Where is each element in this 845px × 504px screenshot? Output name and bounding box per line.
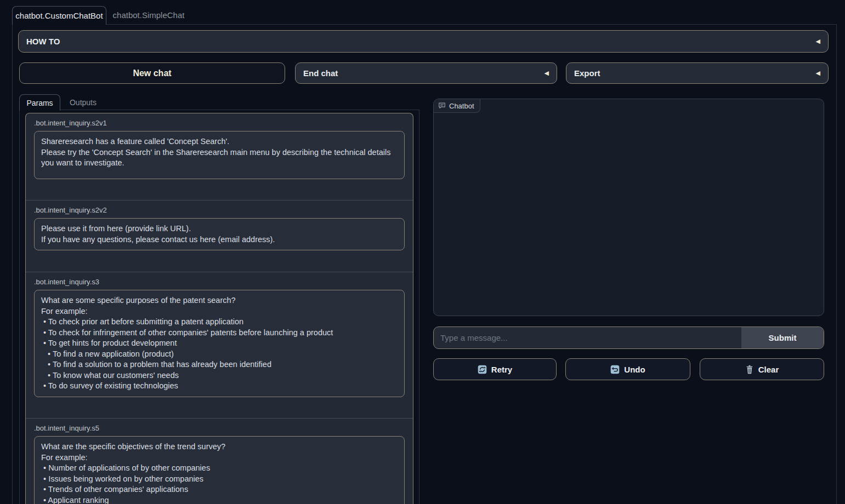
tab-params[interactable]: Params bbox=[19, 94, 60, 111]
clear-button[interactable]: Clear bbox=[700, 358, 824, 380]
undo-label: Undo bbox=[624, 365, 645, 374]
message-input[interactable] bbox=[434, 327, 741, 348]
field-group: .bot.intent_inquiry.s3 What are some spe… bbox=[26, 272, 413, 418]
tab-simple-chat[interactable]: chatbot.SimpleChat bbox=[107, 6, 190, 24]
tab-outputs[interactable]: Outputs bbox=[60, 94, 106, 110]
export-label: Export bbox=[574, 68, 816, 78]
retry-button[interactable]: Retry bbox=[433, 358, 557, 380]
retry-label: Retry bbox=[491, 365, 512, 374]
export-accordion[interactable]: Export ◀ bbox=[566, 62, 829, 84]
chatbot-panel: Chatbot bbox=[433, 99, 824, 316]
message-input-row: Submit bbox=[433, 327, 824, 349]
clear-label: Clear bbox=[758, 365, 779, 374]
field-textbox[interactable]: What are some specific purposes of the p… bbox=[34, 290, 405, 397]
field-label: .bot.intent_inquiry.s2v2 bbox=[34, 206, 405, 214]
params-tab-divider bbox=[60, 110, 419, 110]
field-textbox[interactable]: Please use it from here (provide link UR… bbox=[34, 218, 405, 250]
retry-icon bbox=[478, 365, 487, 374]
end-chat-accordion[interactable]: End chat ◀ bbox=[295, 62, 557, 84]
field-textbox[interactable]: Shareresearch has a feature called 'Conc… bbox=[34, 131, 405, 179]
chevron-left-icon: ◀ bbox=[545, 70, 549, 76]
how-to-label: HOW TO bbox=[26, 37, 816, 46]
tab-custom-chatbot[interactable]: chatbot.CustomChatBot bbox=[12, 6, 106, 25]
submit-label: Submit bbox=[769, 333, 797, 342]
field-group: .bot.intent_inquiry.s2v1 Shareresearch h… bbox=[26, 113, 413, 200]
new-chat-button[interactable]: New chat bbox=[19, 62, 285, 84]
chevron-left-icon: ◀ bbox=[816, 70, 820, 76]
clear-icon bbox=[745, 365, 754, 374]
how-to-accordion[interactable]: HOW TO ◀ bbox=[18, 30, 829, 53]
field-group: .bot.intent_inquiry.s2v2 Please use it f… bbox=[26, 200, 413, 272]
chatbot-label: Chatbot bbox=[449, 102, 474, 110]
new-chat-label: New chat bbox=[133, 68, 171, 78]
tab-simple-chat-label: chatbot.SimpleChat bbox=[113, 10, 185, 20]
field-label: .bot.intent_inquiry.s2v1 bbox=[34, 119, 405, 127]
tab-custom-chatbot-label: chatbot.CustomChatBot bbox=[15, 11, 103, 20]
field-textbox[interactable]: What are the specific objectives of the … bbox=[34, 436, 405, 504]
chat-bubble-icon bbox=[438, 102, 446, 110]
submit-button[interactable]: Submit bbox=[741, 327, 824, 348]
chatbot-header: Chatbot bbox=[434, 99, 480, 113]
field-group: .bot.intent_inquiry.s5 What are the spec… bbox=[26, 418, 413, 504]
field-label: .bot.intent_inquiry.s3 bbox=[34, 278, 405, 286]
undo-button[interactable]: Undo bbox=[565, 358, 690, 380]
field-label: .bot.intent_inquiry.s5 bbox=[34, 424, 405, 432]
tab-outputs-label: Outputs bbox=[70, 98, 97, 107]
chevron-left-icon: ◀ bbox=[816, 38, 820, 44]
tab-params-label: Params bbox=[26, 99, 53, 107]
undo-icon bbox=[610, 365, 620, 374]
end-chat-label: End chat bbox=[303, 68, 545, 78]
app-window: chatbot.CustomChatBot chatbot.SimpleChat… bbox=[0, 0, 845, 504]
params-form: .bot.intent_inquiry.s2v1 Shareresearch h… bbox=[25, 113, 413, 504]
tab-nav-divider bbox=[106, 24, 837, 25]
